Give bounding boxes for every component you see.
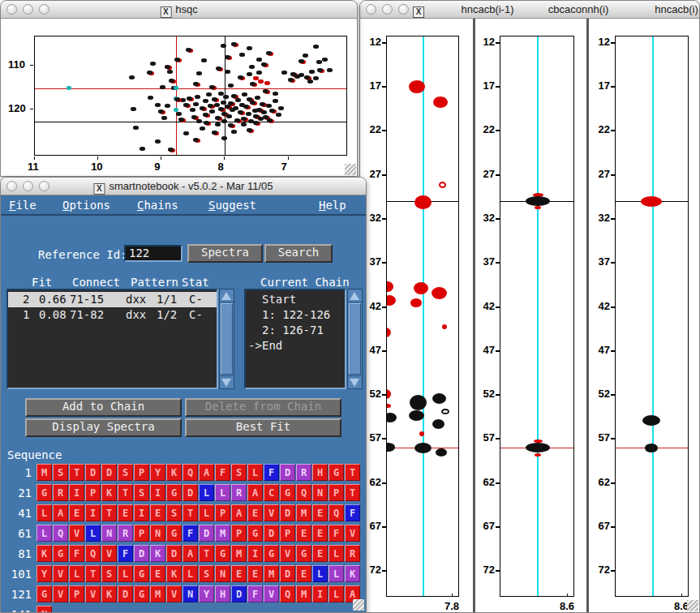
residue-cell[interactable]: D [231,585,247,602]
residue-cell[interactable]: N [150,525,165,542]
minimize-button[interactable] [23,181,33,191]
strips-canvas[interactable]: 121722273237424752576267727.812172227323… [360,19,699,612]
close-button[interactable] [6,181,17,191]
residue-cell[interactable]: E [312,504,328,521]
menu-item-help[interactable]: Help [319,199,346,212]
residue-cell[interactable]: D [280,504,295,521]
residue-cell[interactable]: M [296,585,311,602]
resize-grip[interactable] [687,600,698,611]
scrollbar-thumb[interactable] [349,303,361,375]
residue-cell[interactable]: T [69,464,84,481]
residue-cell[interactable]: S [53,464,68,481]
residue-cell[interactable]: K [150,545,165,562]
residue-cell[interactable]: Q [329,504,344,521]
residue-cell[interactable]: I [134,504,149,521]
residue-cell[interactable]: H [215,585,230,602]
residue-cell[interactable]: G [166,484,182,501]
residue-cell[interactable]: V [53,585,68,602]
residue-cell[interactable]: T [345,484,360,501]
residue-cell[interactable]: V [264,585,279,602]
residue-cell[interactable]: V [166,585,182,602]
menu-item-options[interactable]: Options [62,199,110,212]
minimize-button[interactable] [23,4,33,15]
residue-cell[interactable]: G [134,585,149,602]
residue-cell[interactable]: G [247,525,263,542]
residue-cell[interactable]: K [37,545,52,562]
residue-cell[interactable]: T [101,504,117,521]
menu-item-file[interactable]: File [9,199,37,212]
residue-cell[interactable]: G [53,545,68,562]
residue-cell[interactable]: R [118,525,133,542]
residue-cell[interactable]: E [69,504,84,521]
residue-cell[interactable]: F [247,585,263,602]
strip-plot-2[interactable] [500,36,574,597]
chain-row[interactable]: 2: 126-71 [246,323,345,338]
residue-cell[interactable]: N [183,585,198,602]
residue-cell[interactable]: V [85,585,101,602]
smartnotebook-titlebar[interactable]: Xsmartnotebook - v5.0.2 - Mar 11/05 [1,178,366,195]
residue-cell[interactable]: D [264,525,279,542]
chain-row[interactable]: Start [246,292,345,307]
residue-cell[interactable]: Y [199,585,214,602]
residue-cell[interactable]: P [231,525,247,542]
residue-cell[interactable]: K [345,565,360,582]
residue-cell[interactable]: F [183,525,198,542]
residue-cell[interactable]: A [247,484,263,501]
residue-cell[interactable]: N [101,525,117,542]
hsqc-spectrum-plot[interactable] [34,36,347,156]
close-button[interactable] [366,4,376,15]
residue-cell[interactable]: N [312,484,328,501]
residue-cell[interactable]: T [118,484,133,501]
residue-cell[interactable]: E [247,565,263,582]
residue-cell[interactable]: E [231,565,247,582]
residue-cell[interactable]: P [280,525,295,542]
strip-plot-1[interactable] [386,36,459,597]
delete-from-chain-button[interactable]: Delete from Chain [185,398,341,417]
residue-cell[interactable]: L [329,585,344,602]
residue-cell[interactable]: R [345,545,360,562]
residue-cell[interactable]: P [85,484,101,501]
residue-cell[interactable]: L [183,565,198,582]
residue-cell[interactable]: E [150,565,165,582]
chain-list-scrollbar[interactable] [347,289,363,389]
residue-cell[interactable]: H [312,464,328,481]
fit-row[interactable]: 20.6671-15dxx1/1C- [8,292,217,307]
residue-cell[interactable]: D [118,585,133,602]
residue-cell[interactable]: E [312,545,328,562]
residue-cell[interactable]: T [85,565,101,582]
residue-cell[interactable]: L [85,525,101,542]
residue-cell[interactable]: V [264,504,279,521]
residue-cell[interactable]: Q [280,585,295,602]
residue-cell[interactable]: T [345,464,360,481]
residue-cell[interactable]: E [296,525,311,542]
residue-cell[interactable]: G [37,585,52,602]
residue-cell[interactable]: L [199,484,214,501]
residue-cell[interactable]: G [264,545,279,562]
residue-cell[interactable]: V [345,525,360,542]
residue-cell[interactable]: L [37,504,52,521]
residue-cell[interactable]: F [118,545,133,562]
residue-cell[interactable]: N [215,565,230,582]
spectra-button[interactable]: Spectra [187,244,263,263]
residue-cell[interactable]: N [37,606,52,612]
residue-cell[interactable]: D [134,545,149,562]
menu-item-suggest[interactable]: Suggest [208,199,256,212]
residue-cell[interactable]: Q [53,525,68,542]
residue-cell[interactable]: K [101,484,117,501]
residue-cell[interactable]: G [329,464,344,481]
menu-item-chains[interactable]: Chains [137,199,178,212]
residue-cell[interactable]: P [134,525,149,542]
residue-cell[interactable]: R [296,464,311,481]
residue-cell[interactable]: L [69,565,84,582]
residue-cell[interactable]: D [199,525,214,542]
residue-cell[interactable]: K [166,565,182,582]
residue-cell[interactable]: P [215,504,230,521]
residue-cell[interactable]: M [231,545,247,562]
chain-row[interactable]: ->End [246,338,345,354]
display-spectra-button[interactable]: Display Spectra [25,418,182,437]
reference-id-input[interactable]: 122 [124,245,183,262]
zoom-button[interactable] [398,4,409,15]
scrollbar-thumb[interactable] [221,303,233,375]
residue-cell[interactable]: F [345,504,360,521]
residue-cell[interactable]: P [134,464,149,481]
